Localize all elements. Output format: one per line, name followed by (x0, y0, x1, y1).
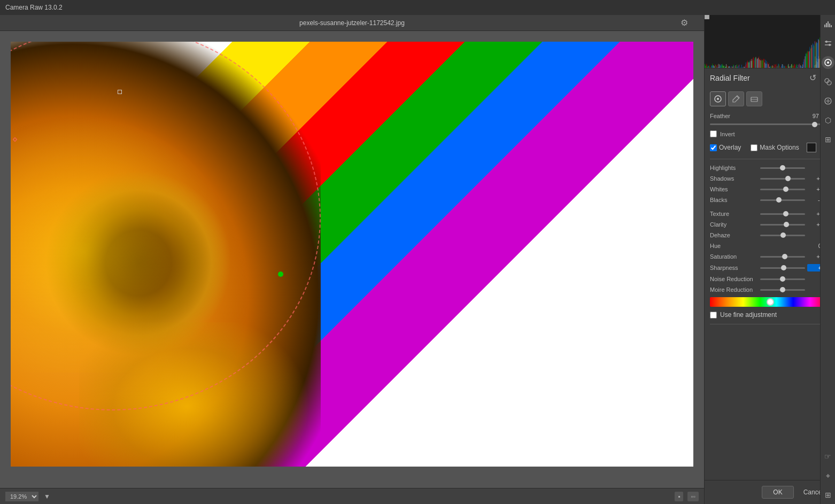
filename-bar: pexels-susanne-jutzeler-1172542.jpg ⚙ (0, 15, 704, 31)
sharpness-label: Sharpness (710, 265, 758, 271)
moire reduction-slider[interactable] (760, 289, 805, 291)
dehaze-slider[interactable] (760, 235, 805, 236)
whites-thumb[interactable] (783, 187, 788, 192)
view-mode-icon-1[interactable]: ▪ (675, 492, 683, 501)
feather-thumb[interactable] (812, 122, 817, 127)
whites-slider[interactable] (760, 189, 805, 190)
slider-row-shadows: Shadows +50 (710, 175, 826, 182)
invert-label: Invert (720, 131, 735, 137)
mask-options-label: Mask Options (760, 144, 799, 151)
sliders-container: Highlights 0 Shadows +50 Whites +26 Blac… (710, 165, 826, 293)
saturation-label: Saturation (710, 253, 758, 260)
svg-rect-9 (831, 25, 832, 27)
optics-icon-btn[interactable]: ⬡ (822, 114, 834, 127)
feather-value: 97 (813, 113, 819, 119)
color-mixer-icon-btn[interactable] (822, 75, 834, 88)
svg-point-15 (827, 61, 829, 64)
hue-label: Hue (710, 243, 758, 249)
zoom-select[interactable]: 19.2% (5, 492, 38, 501)
histogram-icon-btn[interactable] (822, 18, 834, 30)
slider-row-noise-reduction: Noise Reduction 0 (710, 276, 826, 282)
reset-icon[interactable]: ↺ (809, 73, 816, 83)
color-swatch[interactable] (807, 143, 816, 152)
slider-row-highlights: Highlights 0 (710, 165, 826, 171)
slider-row-moire-reduction: Moire Reduction 0 (710, 286, 826, 293)
feather-row: Feather 97 (710, 113, 826, 119)
invert-checkbox[interactable] (710, 130, 717, 137)
svg-point-11 (825, 41, 828, 43)
grid-icon-btn[interactable]: ⊞ (822, 489, 834, 501)
texture-slider[interactable] (760, 213, 805, 215)
noise reduction-label: Noise Reduction (710, 276, 758, 282)
overlay-label: Overlay (719, 144, 741, 151)
overlay-check: Overlay (710, 144, 741, 151)
status-icons: ▪ ▫▫ (675, 492, 699, 501)
panel-icons-strip: ⬡ ⊞ ☞ ⌖ ⊞ (820, 15, 835, 504)
title-bar: Camera Raw 13.0.2 (0, 0, 835, 15)
blacks-thumb[interactable] (776, 197, 782, 203)
overlay-checkbox[interactable] (710, 144, 717, 151)
status-bar: 19.2% ▼ ▪ ▫▫ (0, 488, 704, 504)
histogram-canvas (705, 15, 835, 68)
adjust-icon-btn[interactable] (822, 37, 834, 50)
saturation-thumb[interactable] (782, 254, 787, 259)
zoom-dropdown-icon[interactable]: ▼ (44, 493, 50, 500)
clarity-slider[interactable] (760, 224, 805, 226)
slider-row-whites: Whites +26 (710, 186, 826, 192)
hand-icon-btn[interactable]: ☞ (822, 450, 834, 463)
sharpness-slider[interactable] (760, 267, 805, 269)
fine-adjustment-label: Use fine adjustment (720, 311, 777, 319)
hue-gradient-thumb[interactable] (767, 298, 774, 306)
section-divider-2 (710, 324, 826, 324)
mask-options-checkbox[interactable] (751, 144, 757, 151)
clarity-label: Clarity (710, 221, 758, 228)
saturation-slider[interactable] (760, 256, 805, 258)
detail-icon-btn[interactable] (822, 95, 834, 107)
highlights-slider[interactable] (760, 167, 805, 169)
hue-slider-row: Hue 0.0 (710, 243, 826, 249)
fine-adjustment-row: Use fine adjustment (710, 311, 826, 319)
bottom-buttons: OK Cancel (705, 480, 835, 504)
invert-row: Invert (710, 130, 826, 137)
slider-row-dehaze: Dehaze +3 (710, 232, 826, 238)
feather-label: Feather (710, 113, 813, 119)
highlights-thumb[interactable] (780, 165, 785, 170)
geometry-icon-btn[interactable]: ⊞ (822, 133, 834, 146)
filename-label: pexels-susanne-jutzeler-1172542.jpg (299, 19, 405, 27)
texture-thumb[interactable] (783, 211, 788, 216)
image-canvas (0, 31, 704, 488)
overlay-row: Overlay Mask Options (710, 143, 826, 152)
svg-rect-5 (824, 25, 825, 27)
slider-row-saturation: Saturation +19 (710, 253, 826, 260)
sharpness-thumb[interactable] (781, 265, 786, 270)
dehaze-thumb[interactable] (780, 232, 786, 238)
fine-adjustment-checkbox[interactable] (710, 312, 717, 319)
panel-scroll-wrapper: Radial Filter ↺ ••• (705, 68, 835, 480)
radial-filter-handle-center[interactable] (278, 272, 283, 277)
blacks-slider[interactable] (760, 199, 805, 201)
moire reduction-thumb[interactable] (780, 287, 785, 292)
shadows-slider[interactable] (760, 178, 805, 180)
canvas-area: pexels-susanne-jutzeler-1172542.jpg ⚙ (0, 15, 704, 504)
tool-icons-row (710, 91, 826, 106)
feather-slider[interactable] (710, 123, 826, 125)
radial-filter-handle-top[interactable] (118, 90, 122, 94)
radial-filter-icon-btn[interactable] (822, 56, 834, 69)
eraser-tool-btn[interactable] (746, 91, 762, 106)
brush-tool-btn[interactable] (728, 91, 744, 106)
settings-icon[interactable]: ⚙ (681, 18, 688, 28)
shadows-thumb[interactable] (785, 176, 791, 181)
blacks-label: Blacks (710, 197, 758, 203)
noise reduction-slider[interactable] (760, 278, 805, 280)
ok-button[interactable]: OK (762, 486, 793, 499)
eyedropper-icon-btn[interactable]: ⌖ (822, 469, 834, 482)
noise reduction-thumb[interactable] (780, 276, 785, 282)
radial-tool-btn[interactable] (710, 91, 726, 106)
radial-filter-panel[interactable]: Radial Filter ↺ ••• (705, 68, 835, 480)
view-mode-icon-2[interactable]: ▫▫ (687, 492, 699, 501)
svg-point-1 (717, 98, 719, 100)
hue-gradient-bar[interactable] (710, 297, 826, 307)
section-divider-1 (710, 159, 826, 159)
panel-title: Radial Filter (710, 74, 750, 82)
clarity-thumb[interactable] (784, 222, 789, 227)
